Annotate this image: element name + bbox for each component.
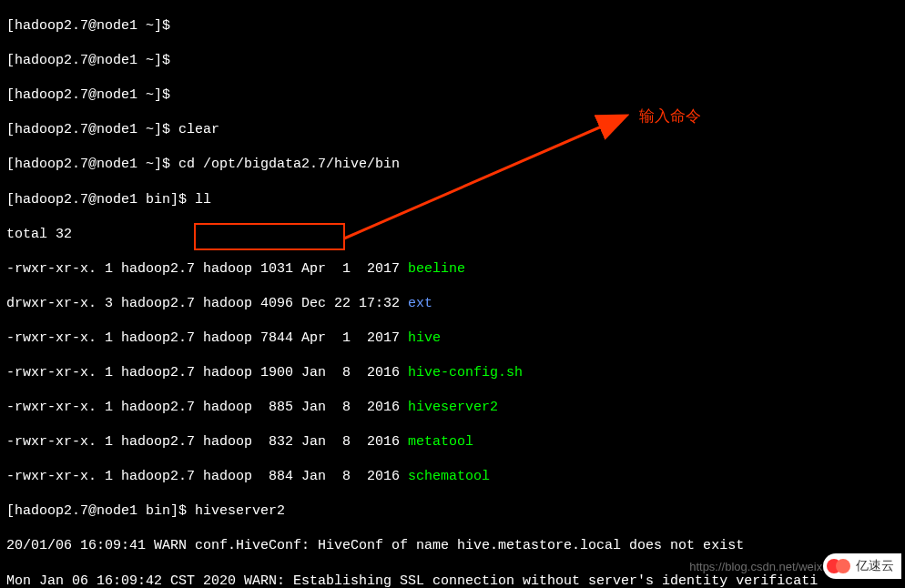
prompt-line: [hadoop2.7@node1 ~]$ [6,52,899,69]
file-row: -rwxr-xr-x. 1 hadoop2.7 hadoop 1031 Apr … [6,260,899,278]
file-row: -rwxr-xr-x. 1 hadoop2.7 hadoop 1900 Jan … [6,364,899,381]
warn-line: 20/01/06 16:09:41 WARN conf.HiveConf: Hi… [6,537,899,554]
logo-icon [827,557,852,575]
prompt-line-cd: [hadoop2.7@node1 ~]$ cd /opt/bigdata2.7/… [6,156,899,173]
terminal-output[interactable]: [hadoop2.7@node1 ~]$ [hadoop2.7@node1 ~]… [6,0,899,588]
file-name: beeline [408,261,465,277]
ssl-warn-line: Mon Jan 06 16:09:42 CST 2020 WARN: Estab… [6,573,899,588]
file-row: -rwxr-xr-x. 1 hadoop2.7 hadoop 884 Jan 8… [6,468,899,485]
file-row: -rwxr-xr-x. 1 hadoop2.7 hadoop 885 Jan 8… [6,399,899,416]
watermark-text: https://blog.csdn.net/weix... [689,560,832,575]
file-name: hiveserver2 [408,400,498,415]
prompt-line-ll: [hadoop2.7@node1 bin]$ ll [6,191,899,208]
prompt-line-hiveserver2: [hadoop2.7@node1 bin]$ hiveserver2 [6,502,899,520]
file-name: schematool [408,469,490,484]
file-row: -rwxr-xr-x. 1 hadoop2.7 hadoop 7844 Apr … [6,329,899,347]
file-name: hive-config.sh [408,365,523,380]
prompt-line: [hadoop2.7@node1 ~]$ [6,17,899,35]
logo-badge: 亿速云 [823,553,901,579]
prompt-line: [hadoop2.7@node1 ~]$ [6,86,899,104]
file-name: hive [408,330,441,346]
logo-text: 亿速云 [856,558,894,574]
prompt-line-clear: [hadoop2.7@node1 ~]$ clear [6,121,899,138]
dir-name: ext [408,296,432,311]
file-row: -rwxr-xr-x. 1 hadoop2.7 hadoop 832 Jan 8… [6,433,899,451]
annotation-label: 输入命令 [639,106,701,127]
total-line: total 32 [6,226,899,243]
file-name: metatool [408,434,473,450]
file-row: drwxr-xr-x. 3 hadoop2.7 hadoop 4096 Dec … [6,295,899,312]
